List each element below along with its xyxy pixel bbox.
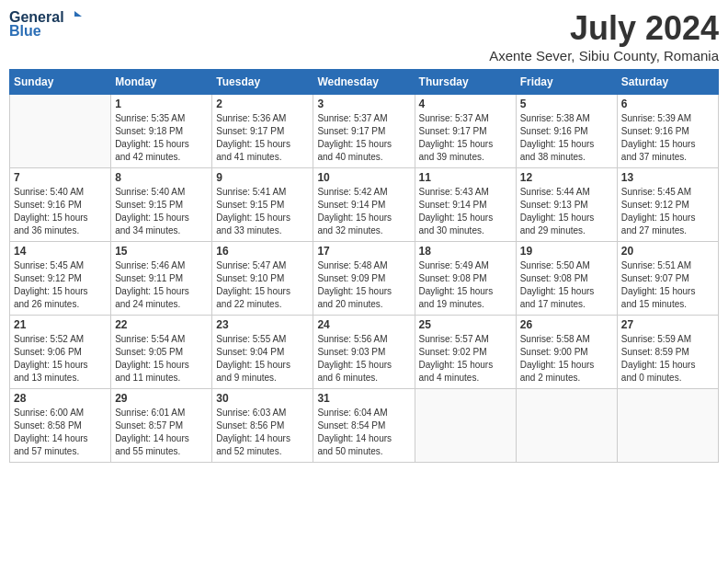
- day-info: Sunrise: 5:55 AM Sunset: 9:04 PM Dayligh…: [216, 333, 309, 385]
- calendar-cell: 1Sunrise: 5:35 AM Sunset: 9:18 PM Daylig…: [111, 95, 212, 168]
- day-number: 28: [14, 392, 107, 405]
- calendar-cell: 9Sunrise: 5:41 AM Sunset: 9:15 PM Daylig…: [212, 168, 313, 242]
- logo-blue: Blue: [9, 23, 82, 40]
- calendar-cell: 15Sunrise: 5:46 AM Sunset: 9:11 PM Dayli…: [111, 242, 212, 316]
- day-number: 1: [115, 98, 208, 110]
- calendar-cell: 5Sunrise: 5:38 AM Sunset: 9:16 PM Daylig…: [516, 95, 617, 168]
- day-number: 21: [14, 318, 107, 331]
- calendar-cell: 25Sunrise: 5:57 AM Sunset: 9:02 PM Dayli…: [415, 316, 516, 389]
- calendar-cell: 3Sunrise: 5:37 AM Sunset: 9:17 PM Daylig…: [313, 95, 415, 168]
- day-number: 10: [317, 171, 410, 184]
- day-number: 23: [216, 318, 309, 331]
- day-info: Sunrise: 5:39 AM Sunset: 9:16 PM Dayligh…: [621, 112, 714, 164]
- day-number: 15: [115, 245, 208, 258]
- svg-marker-0: [74, 11, 82, 17]
- calendar-cell: 4Sunrise: 5:37 AM Sunset: 9:17 PM Daylig…: [415, 95, 516, 168]
- day-number: 19: [520, 245, 613, 258]
- calendar-cell: 10Sunrise: 5:42 AM Sunset: 9:14 PM Dayli…: [313, 168, 415, 242]
- calendar-cell: 31Sunrise: 6:04 AM Sunset: 8:54 PM Dayli…: [313, 389, 415, 463]
- calendar-cell: 12Sunrise: 5:44 AM Sunset: 9:13 PM Dayli…: [516, 168, 617, 242]
- day-number: 12: [520, 171, 613, 184]
- day-info: Sunrise: 5:54 AM Sunset: 9:05 PM Dayligh…: [115, 333, 208, 385]
- day-info: Sunrise: 5:47 AM Sunset: 9:10 PM Dayligh…: [216, 259, 309, 311]
- calendar-cell: 28Sunrise: 6:00 AM Sunset: 8:58 PM Dayli…: [10, 389, 111, 463]
- calendar-week-row: 1Sunrise: 5:35 AM Sunset: 9:18 PM Daylig…: [10, 95, 719, 168]
- calendar-week-row: 7Sunrise: 5:40 AM Sunset: 9:16 PM Daylig…: [10, 168, 719, 242]
- calendar-cell: [415, 389, 516, 463]
- column-header-sunday: Sunday: [10, 70, 111, 95]
- day-number: 24: [317, 318, 410, 331]
- day-number: 31: [317, 392, 410, 405]
- calendar-cell: [516, 389, 617, 463]
- column-header-saturday: Saturday: [617, 70, 718, 95]
- calendar-cell: 7Sunrise: 5:40 AM Sunset: 9:16 PM Daylig…: [10, 168, 111, 242]
- calendar-cell: 18Sunrise: 5:49 AM Sunset: 9:08 PM Dayli…: [415, 242, 516, 316]
- day-info: Sunrise: 5:48 AM Sunset: 9:09 PM Dayligh…: [317, 259, 410, 311]
- day-info: Sunrise: 5:40 AM Sunset: 9:16 PM Dayligh…: [14, 186, 107, 237]
- calendar-cell: 23Sunrise: 5:55 AM Sunset: 9:04 PM Dayli…: [212, 316, 313, 389]
- calendar-cell: 14Sunrise: 5:45 AM Sunset: 9:12 PM Dayli…: [10, 242, 111, 316]
- day-number: 16: [216, 245, 309, 258]
- day-number: 13: [621, 171, 714, 184]
- day-number: 27: [621, 318, 714, 331]
- calendar-cell: 17Sunrise: 5:48 AM Sunset: 9:09 PM Dayli…: [313, 242, 415, 316]
- calendar-cell: 6Sunrise: 5:39 AM Sunset: 9:16 PM Daylig…: [617, 95, 718, 168]
- calendar-cell: 11Sunrise: 5:43 AM Sunset: 9:14 PM Dayli…: [415, 168, 516, 242]
- calendar-cell: 16Sunrise: 5:47 AM Sunset: 9:10 PM Dayli…: [212, 242, 313, 316]
- day-info: Sunrise: 5:35 AM Sunset: 9:18 PM Dayligh…: [115, 112, 208, 164]
- calendar-week-row: 14Sunrise: 5:45 AM Sunset: 9:12 PM Dayli…: [10, 242, 719, 316]
- day-number: 29: [115, 392, 208, 405]
- day-info: Sunrise: 5:38 AM Sunset: 9:16 PM Dayligh…: [520, 112, 613, 164]
- column-header-wednesday: Wednesday: [313, 70, 415, 95]
- calendar-cell: [10, 95, 111, 168]
- calendar-cell: 19Sunrise: 5:50 AM Sunset: 9:08 PM Dayli…: [516, 242, 617, 316]
- day-info: Sunrise: 5:58 AM Sunset: 9:00 PM Dayligh…: [520, 333, 613, 385]
- calendar-cell: [617, 389, 718, 463]
- day-info: Sunrise: 5:50 AM Sunset: 9:08 PM Dayligh…: [520, 259, 613, 311]
- day-info: Sunrise: 5:41 AM Sunset: 9:15 PM Dayligh…: [216, 186, 309, 237]
- column-header-tuesday: Tuesday: [212, 70, 313, 95]
- column-header-monday: Monday: [111, 70, 212, 95]
- day-info: Sunrise: 6:00 AM Sunset: 8:58 PM Dayligh…: [14, 407, 107, 458]
- calendar-cell: 30Sunrise: 6:03 AM Sunset: 8:56 PM Dayli…: [212, 389, 313, 463]
- calendar-week-row: 28Sunrise: 6:00 AM Sunset: 8:58 PM Dayli…: [10, 389, 719, 463]
- day-number: 9: [216, 171, 309, 184]
- month-title: July 2024: [489, 9, 719, 48]
- day-info: Sunrise: 5:37 AM Sunset: 9:17 PM Dayligh…: [419, 112, 512, 164]
- day-number: 14: [14, 245, 107, 258]
- day-info: Sunrise: 5:43 AM Sunset: 9:14 PM Dayligh…: [419, 186, 512, 237]
- day-number: 25: [419, 318, 512, 331]
- calendar-cell: 20Sunrise: 5:51 AM Sunset: 9:07 PM Dayli…: [617, 242, 718, 316]
- day-info: Sunrise: 6:01 AM Sunset: 8:57 PM Dayligh…: [115, 407, 208, 458]
- header: General Blue July 2024 Axente Sever, Sib…: [9, 9, 719, 63]
- day-number: 18: [419, 245, 512, 258]
- day-info: Sunrise: 5:52 AM Sunset: 9:06 PM Dayligh…: [14, 333, 107, 385]
- day-info: Sunrise: 5:56 AM Sunset: 9:03 PM Dayligh…: [317, 333, 410, 385]
- calendar-cell: 22Sunrise: 5:54 AM Sunset: 9:05 PM Dayli…: [111, 316, 212, 389]
- calendar-cell: 8Sunrise: 5:40 AM Sunset: 9:15 PM Daylig…: [111, 168, 212, 242]
- day-number: 11: [419, 171, 512, 184]
- calendar-cell: 26Sunrise: 5:58 AM Sunset: 9:00 PM Dayli…: [516, 316, 617, 389]
- day-number: 6: [621, 98, 714, 110]
- day-number: 3: [317, 98, 410, 110]
- day-number: 2: [216, 98, 309, 110]
- day-info: Sunrise: 6:03 AM Sunset: 8:56 PM Dayligh…: [216, 407, 309, 458]
- day-number: 5: [520, 98, 613, 110]
- calendar-cell: 29Sunrise: 6:01 AM Sunset: 8:57 PM Dayli…: [111, 389, 212, 463]
- calendar-table: SundayMondayTuesdayWednesdayThursdayFrid…: [9, 69, 719, 463]
- day-info: Sunrise: 6:04 AM Sunset: 8:54 PM Dayligh…: [317, 407, 410, 458]
- day-number: 7: [14, 171, 107, 184]
- calendar-week-row: 21Sunrise: 5:52 AM Sunset: 9:06 PM Dayli…: [10, 316, 719, 389]
- day-info: Sunrise: 5:46 AM Sunset: 9:11 PM Dayligh…: [115, 259, 208, 311]
- day-info: Sunrise: 5:57 AM Sunset: 9:02 PM Dayligh…: [419, 333, 512, 385]
- title-area: July 2024 Axente Sever, Sibiu County, Ro…: [489, 9, 719, 63]
- day-info: Sunrise: 5:59 AM Sunset: 8:59 PM Dayligh…: [621, 333, 714, 385]
- day-info: Sunrise: 5:44 AM Sunset: 9:13 PM Dayligh…: [520, 186, 613, 237]
- calendar-cell: 13Sunrise: 5:45 AM Sunset: 9:12 PM Dayli…: [617, 168, 718, 242]
- calendar-cell: 2Sunrise: 5:36 AM Sunset: 9:17 PM Daylig…: [212, 95, 313, 168]
- day-number: 26: [520, 318, 613, 331]
- day-info: Sunrise: 5:49 AM Sunset: 9:08 PM Dayligh…: [419, 259, 512, 311]
- day-number: 20: [621, 245, 714, 258]
- day-info: Sunrise: 5:40 AM Sunset: 9:15 PM Dayligh…: [115, 186, 208, 237]
- day-number: 22: [115, 318, 208, 331]
